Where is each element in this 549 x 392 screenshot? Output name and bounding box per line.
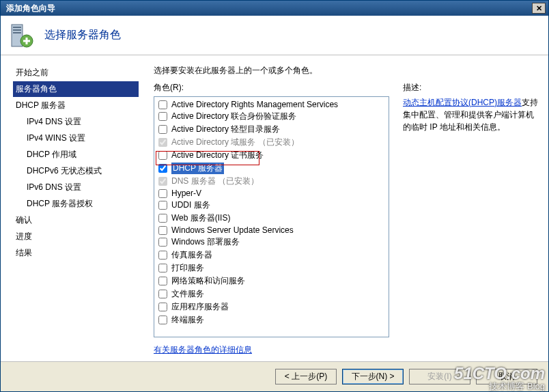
role-label: 应用程序服务器	[171, 301, 229, 313]
sidebar-step[interactable]: DHCPv6 无状态模式	[13, 163, 139, 179]
roles-list[interactable]: Active Directory Rights Management Servi…	[154, 96, 389, 337]
role-label: Active Directory Rights Management Servi…	[171, 100, 338, 109]
sidebar-step[interactable]: DHCP 服务器	[13, 98, 139, 113]
role-row[interactable]: 传真服务器	[156, 249, 387, 262]
cancel-button[interactable]: 取消	[476, 369, 537, 384]
sidebar-step[interactable]: IPv4 WINS 设置	[13, 130, 139, 146]
dhcp-link[interactable]: 动态主机配置协议(DHCP)服务器	[403, 98, 522, 107]
role-checkbox[interactable]	[158, 201, 167, 210]
role-row: DNS 服务器 （已安装）	[156, 175, 387, 188]
role-label: Active Directory 域服务 （已安装）	[171, 137, 299, 148]
role-checkbox[interactable]	[158, 226, 167, 235]
svg-rect-1	[13, 27, 21, 28]
role-checkbox[interactable]	[158, 238, 167, 247]
role-row: Active Directory 域服务 （已安装）	[156, 136, 387, 149]
role-checkbox[interactable]	[158, 251, 167, 260]
role-label: Active Directory 证书服务	[171, 150, 264, 161]
role-row[interactable]: Windows 部署服务	[156, 236, 387, 249]
role-label: Windows Server Update Services	[171, 225, 294, 235]
page-title: 选择服务器角色	[44, 28, 121, 42]
role-checkbox[interactable]	[158, 316, 167, 324]
description-label: 描述:	[403, 82, 541, 94]
sidebar-step[interactable]: 确认	[13, 212, 139, 228]
role-row[interactable]: Windows Server Update Services	[156, 225, 387, 236]
role-row[interactable]: UDDI 服务	[156, 199, 387, 212]
server-role-icon	[8, 22, 35, 49]
roles-label: 角色(R):	[154, 82, 389, 94]
details-link[interactable]: 有关服务器角色的详细信息	[154, 345, 252, 354]
columns: 角色(R): Active Directory Rights Managemen…	[154, 82, 541, 356]
role-label: 打印服务	[171, 262, 204, 274]
sidebar-step[interactable]: DHCP 服务器授权	[13, 196, 139, 212]
role-checkbox[interactable]	[158, 112, 167, 121]
prev-button[interactable]: < 上一步(P)	[275, 369, 337, 384]
role-checkbox[interactable]	[158, 100, 167, 109]
sidebar-step[interactable]: 服务器角色	[13, 81, 139, 97]
role-checkbox[interactable]	[158, 214, 167, 223]
close-button[interactable]: ✕	[532, 3, 546, 14]
svg-rect-3	[13, 32, 21, 33]
sidebar-step[interactable]: 结果	[13, 245, 139, 261]
role-checkbox[interactable]	[158, 264, 167, 272]
role-label: 传真服务器	[171, 249, 212, 261]
role-checkbox[interactable]	[158, 164, 167, 173]
role-checkbox[interactable]	[158, 189, 167, 198]
role-checkbox	[158, 177, 167, 186]
role-row[interactable]: 网络策略和访问服务	[156, 275, 387, 288]
description-column: 描述: 动态主机配置协议(DHCP)服务器支持集中配置、管理和提供客户端计算机的…	[403, 82, 541, 356]
description-text: 动态主机配置协议(DHCP)服务器支持集中配置、管理和提供客户端计算机的临时 I…	[403, 96, 541, 133]
role-row[interactable]: DHCP 服务器	[156, 162, 387, 175]
sidebar-step[interactable]: IPv6 DNS 设置	[13, 180, 139, 195]
role-row[interactable]: Web 服务器(IIS)	[156, 212, 387, 225]
role-checkbox[interactable]	[158, 290, 167, 298]
steps-sidebar: 开始之前服务器角色DHCP 服务器IPv4 DNS 设置IPv4 WINS 设置…	[1, 55, 144, 361]
main-panel: 选择要安装在此服务器上的一个或多个角色。 角色(R): Active Direc…	[144, 55, 548, 361]
role-row[interactable]: Active Directory Rights Management Servi…	[156, 99, 387, 110]
role-label: 终端服务	[171, 314, 204, 326]
role-label: Web 服务器(IIS)	[171, 212, 230, 224]
role-row[interactable]: Active Directory 联合身份验证服务	[156, 110, 387, 123]
role-label: Windows 部署服务	[171, 236, 240, 248]
title-bar: 添加角色向导 ✕	[1, 1, 548, 16]
role-label: DNS 服务器 （已安装）	[171, 176, 259, 187]
roles-column: 角色(R): Active Directory Rights Managemen…	[154, 82, 389, 356]
role-checkbox[interactable]	[158, 277, 167, 285]
role-label: 文件服务	[171, 288, 204, 300]
role-checkbox[interactable]	[158, 125, 167, 134]
role-label: 网络策略和访问服务	[171, 275, 245, 287]
window-title: 添加角色向导	[3, 3, 532, 14]
role-checkbox	[158, 138, 167, 147]
role-label: Active Directory 联合身份验证服务	[171, 111, 296, 122]
role-label: Active Directory 轻型目录服务	[171, 124, 280, 135]
role-checkbox[interactable]	[158, 151, 167, 160]
install-button: 安装(I)	[409, 369, 470, 384]
wizard-window: 添加角色向导 ✕ 选择服务器角色 开始之前服务器角色DHCP 服务器IPv4 D…	[0, 0, 549, 392]
role-label: DHCP 服务器	[171, 163, 224, 174]
role-row[interactable]: Hyper-V	[156, 188, 387, 199]
wizard-header: 选择服务器角色	[1, 16, 548, 55]
wizard-body: 开始之前服务器角色DHCP 服务器IPv4 DNS 设置IPv4 WINS 设置…	[1, 55, 548, 361]
sidebar-step[interactable]: 进度	[13, 229, 139, 244]
role-label: UDDI 服务	[171, 199, 210, 211]
role-checkbox[interactable]	[158, 303, 167, 311]
sidebar-step[interactable]: IPv4 DNS 设置	[13, 114, 139, 130]
role-row[interactable]: Active Directory 证书服务	[156, 149, 387, 162]
next-button[interactable]: 下一步(N) >	[342, 369, 404, 384]
role-row[interactable]: 终端服务	[156, 313, 387, 326]
wizard-buttons: < 上一步(P) 下一步(N) > 安装(I) 取消	[1, 361, 548, 391]
role-row[interactable]: 文件服务	[156, 288, 387, 300]
role-row[interactable]: Active Directory 轻型目录服务	[156, 123, 387, 136]
role-row[interactable]: 应用程序服务器	[156, 300, 387, 313]
svg-rect-2	[13, 29, 21, 31]
role-row[interactable]: 打印服务	[156, 262, 387, 275]
role-label: Hyper-V	[171, 188, 201, 198]
sidebar-step[interactable]: DHCP 作用域	[13, 147, 139, 163]
sidebar-step[interactable]: 开始之前	[13, 65, 139, 81]
instruction-text: 选择要安装在此服务器上的一个或多个角色。	[154, 65, 541, 76]
